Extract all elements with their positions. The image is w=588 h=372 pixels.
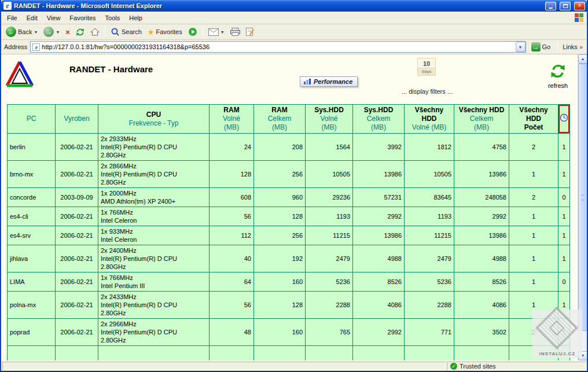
hardware-table: PCVyrobenCPUFrekvence - TypRAMVolné(MB)R…: [7, 104, 570, 360]
refresh-label: refresh: [546, 82, 569, 89]
pc-name: concorde: [8, 188, 56, 207]
page-refresh-button[interactable]: refresh: [546, 64, 569, 89]
cpu-info: 1x 933MHzIntel Celeron: [98, 226, 210, 245]
partial-row: [8, 346, 570, 361]
search-button[interactable]: Search: [108, 26, 144, 38]
column-header: RAMVolné(MB): [210, 105, 254, 134]
vertical-scrollbar[interactable]: ▲ ▼: [578, 54, 587, 360]
forward-dropdown-icon[interactable]: ▼: [56, 30, 60, 34]
column-header: RAMCelkem(MB): [254, 105, 306, 134]
clock-column-header[interactable]: [558, 105, 570, 134]
ie-logo-icon: e: [3, 2, 12, 10]
ram-free-mb: 112: [210, 226, 254, 245]
menu-bar: FileEditViewFavoritesToolsHelp: [1, 12, 587, 24]
mail-dropdown-icon[interactable]: ▼: [220, 30, 225, 34]
close-button[interactable]: ×: [574, 2, 585, 10]
pc-name: LIMA: [8, 272, 56, 292]
toolbar-separator: [203, 26, 203, 38]
favorites-button[interactable]: ★ Favorites: [145, 27, 185, 38]
refresh-button[interactable]: [74, 27, 87, 38]
title-bar: e RANDET - Hardware - Microsoft Internet…: [1, 0, 587, 12]
address-input-box: e ▼: [30, 41, 525, 53]
cpu-info: 2x 2433MHzIntel(R) Pentium(R) D CPU2.80G…: [98, 292, 210, 319]
clock-icon: [560, 113, 568, 122]
cpu-info: 1x 766MHzIntel Pentium III: [98, 272, 210, 292]
menu-favorites[interactable]: Favorites: [65, 13, 100, 23]
back-label: Back: [18, 28, 32, 35]
scroll-up-icon[interactable]: ▲: [578, 54, 587, 64]
syshdd-total-mb: 2992: [353, 207, 405, 226]
forward-button[interactable]: → ▼: [41, 25, 62, 38]
allhdd-free-mb: 83645: [405, 188, 454, 207]
stop-button[interactable]: ×: [63, 27, 72, 38]
media-button[interactable]: [186, 26, 200, 38]
performance-button[interactable]: Performance: [300, 76, 358, 87]
hardware-row: poprad2006-02-212x 2966MHzIntel(R) Penti…: [8, 319, 570, 346]
favorites-label: Favorites: [156, 28, 182, 35]
manufactured-date: 2006-02-21: [56, 292, 98, 319]
address-label: Address: [4, 43, 27, 50]
go-button[interactable]: → Go: [529, 42, 553, 52]
pc-name: polna-mx: [8, 292, 56, 319]
allhdd-total-mb: 8526: [454, 272, 509, 292]
windows-flag-icon: [575, 13, 583, 22]
chart-icon: [303, 78, 311, 85]
ram-total-mb: 192: [254, 245, 306, 272]
minimize-button[interactable]: [545, 2, 556, 10]
allhdd-free-mb: 10505: [405, 161, 454, 188]
pc-name: es4-cli: [8, 207, 56, 226]
ram-free-mb: 56: [210, 207, 254, 226]
scroll-down-icon[interactable]: ▼: [578, 351, 587, 360]
cpu-info: 2x 2400MHzIntel(R) Pentium(R) D CPU2.80G…: [98, 245, 210, 272]
security-zone-pane: ✓ Trusted sites: [447, 362, 586, 370]
status-count: 1: [558, 319, 570, 346]
manufactured-date: 2006-02-21: [56, 161, 98, 188]
column-header: Sys.HDDCelkem(MB): [353, 105, 405, 134]
menu-view[interactable]: View: [42, 13, 65, 23]
maximize-button[interactable]: [560, 2, 571, 10]
days-filter-badge[interactable]: 10 days: [417, 58, 436, 76]
browser-window: e RANDET - Hardware - Microsoft Internet…: [0, 0, 588, 372]
go-label: Go: [542, 43, 551, 50]
allhdd-count: 1: [509, 226, 558, 245]
allhdd-count: 2: [509, 188, 558, 207]
hardware-row: LIMA2006-02-211x 766MHzIntel Pentium III…: [8, 272, 570, 292]
menu-help[interactable]: Help: [124, 13, 147, 23]
edit-button[interactable]: [244, 27, 256, 38]
menu-edit[interactable]: Edit: [22, 13, 42, 23]
display-filters-link[interactable]: ... display filters ...: [399, 88, 455, 95]
allhdd-free-mb: 1193: [405, 207, 454, 226]
back-button[interactable]: ← Back ▼: [3, 25, 40, 38]
ram-free-mb: 64: [210, 272, 254, 292]
media-icon: [188, 27, 197, 36]
mail-button[interactable]: ▼: [206, 27, 227, 37]
print-icon: [230, 28, 240, 36]
days-value: 10: [417, 58, 436, 68]
allhdd-total-mb: 3502: [454, 319, 509, 346]
cpu-info: 2x 2866MHzIntel(R) Pentium(R) D CPU2.80G…: [98, 161, 210, 188]
back-dropdown-icon[interactable]: ▼: [34, 30, 38, 34]
links-button[interactable]: Links »: [563, 43, 584, 50]
home-button[interactable]: [88, 27, 102, 37]
scrollbar-thumb[interactable]: [578, 64, 587, 331]
syshdd-free-mb: 11215: [306, 226, 353, 245]
syshdd-total-mb: 4086: [353, 292, 405, 319]
links-label: Links: [563, 43, 578, 50]
syshdd-free-mb: 29236: [306, 188, 353, 207]
mail-icon: [208, 28, 219, 36]
syshdd-free-mb: 5236: [306, 272, 353, 292]
hardware-row: concorde2003-09-091x 2000MHzAMD Athlon(t…: [8, 188, 570, 207]
pc-name: brno-mx: [8, 161, 56, 188]
address-dropdown-icon[interactable]: ▼: [516, 42, 525, 52]
menu-file[interactable]: File: [2, 13, 22, 23]
print-button[interactable]: [228, 27, 242, 37]
address-input[interactable]: [42, 42, 515, 51]
search-label: Search: [122, 28, 142, 35]
allhdd-total-mb: 13986: [454, 226, 509, 245]
cpu-info: 2x 2933MHzIntel(R) Pentium(R) D CPU2.80G…: [98, 134, 210, 161]
hardware-row: polna-mx2006-02-212x 2433MHzIntel(R) Pen…: [8, 292, 570, 319]
pc-name: berlin: [8, 134, 56, 161]
page-icon: e: [32, 43, 40, 51]
allhdd-total-mb: 4086: [454, 292, 509, 319]
menu-tools[interactable]: Tools: [101, 13, 125, 23]
